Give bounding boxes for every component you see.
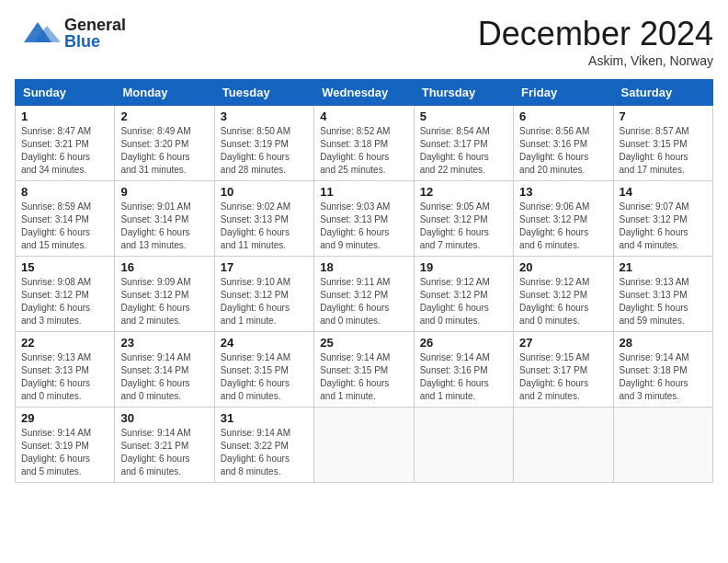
day-number: 19 [420,260,507,274]
day-number: 14 [620,185,707,199]
calendar-cell: 7Sunrise: 8:57 AM Sunset: 3:15 PM Daylig… [613,106,712,181]
logo-text: General Blue [64,17,126,50]
logo-general: General [64,17,126,33]
day-info: Sunrise: 8:57 AM Sunset: 3:15 PM Dayligh… [620,125,707,177]
calendar-day-header: Monday [115,80,214,106]
day-number: 31 [221,411,308,425]
calendar-cell: 18Sunrise: 9:11 AM Sunset: 3:12 PM Dayli… [314,257,414,332]
day-number: 5 [420,109,507,123]
calendar-cell [414,408,513,483]
day-info: Sunrise: 9:13 AM Sunset: 3:13 PM Dayligh… [620,276,707,327]
day-info: Sunrise: 9:03 AM Sunset: 3:13 PM Dayligh… [320,201,407,252]
calendar-cell: 10Sunrise: 9:02 AM Sunset: 3:13 PM Dayli… [214,181,313,257]
day-number: 15 [21,260,108,274]
day-info: Sunrise: 9:15 AM Sunset: 3:17 PM Dayligh… [519,351,607,403]
calendar-cell [314,408,414,483]
calendar-week-row: 8Sunrise: 8:59 AM Sunset: 3:14 PM Daylig… [16,181,713,257]
day-number: 26 [420,336,507,350]
day-info: Sunrise: 9:12 AM Sunset: 3:12 PM Dayligh… [420,276,507,327]
calendar-day-header: Friday [514,80,613,106]
day-number: 22 [21,336,108,350]
calendar-cell: 23Sunrise: 9:14 AM Sunset: 3:14 PM Dayli… [115,332,214,408]
day-info: Sunrise: 9:14 AM Sunset: 3:15 PM Dayligh… [320,351,407,403]
day-info: Sunrise: 8:49 AM Sunset: 3:20 PM Dayligh… [120,125,208,177]
day-info: Sunrise: 8:52 AM Sunset: 3:18 PM Dayligh… [320,125,407,177]
calendar-day-header: Thursday [414,80,513,106]
calendar-cell: 28Sunrise: 9:14 AM Sunset: 3:18 PM Dayli… [613,332,712,408]
day-info: Sunrise: 9:14 AM Sunset: 3:15 PM Dayligh… [221,351,308,403]
day-info: Sunrise: 8:59 AM Sunset: 3:14 PM Dayligh… [21,201,108,252]
calendar-cell: 5Sunrise: 8:54 AM Sunset: 3:17 PM Daylig… [414,106,513,181]
page-header: General Blue December 2024 Askim, Viken,… [15,15,713,68]
day-number: 6 [519,109,607,123]
calendar-day-header: Wednesday [314,80,414,106]
day-number: 3 [221,109,308,123]
calendar-cell [514,408,613,483]
day-info: Sunrise: 9:14 AM Sunset: 3:21 PM Dayligh… [120,427,208,478]
calendar-cell: 3Sunrise: 8:50 AM Sunset: 3:19 PM Daylig… [214,106,313,181]
day-number: 21 [620,260,707,274]
calendar-week-row: 29Sunrise: 9:14 AM Sunset: 3:19 PM Dayli… [16,408,713,483]
calendar-cell: 24Sunrise: 9:14 AM Sunset: 3:15 PM Dayli… [214,332,313,408]
day-number: 28 [620,336,707,350]
calendar-cell: 25Sunrise: 9:14 AM Sunset: 3:15 PM Dayli… [314,332,414,408]
day-number: 8 [21,185,108,199]
day-number: 13 [519,185,607,199]
day-info: Sunrise: 9:14 AM Sunset: 3:14 PM Dayligh… [120,351,208,403]
day-number: 25 [320,336,407,350]
calendar-cell: 19Sunrise: 9:12 AM Sunset: 3:12 PM Dayli… [414,257,513,332]
calendar-cell: 14Sunrise: 9:07 AM Sunset: 3:12 PM Dayli… [613,181,712,257]
calendar-cell: 27Sunrise: 9:15 AM Sunset: 3:17 PM Dayli… [514,332,613,408]
calendar-cell: 20Sunrise: 9:12 AM Sunset: 3:12 PM Dayli… [514,257,613,332]
calendar-week-row: 15Sunrise: 9:08 AM Sunset: 3:12 PM Dayli… [16,257,713,332]
day-info: Sunrise: 9:14 AM Sunset: 3:16 PM Dayligh… [420,351,507,403]
calendar-header-row: SundayMondayTuesdayWednesdayThursdayFrid… [16,80,713,106]
day-info: Sunrise: 9:07 AM Sunset: 3:12 PM Dayligh… [620,201,707,252]
day-number: 10 [221,185,308,199]
day-info: Sunrise: 8:56 AM Sunset: 3:16 PM Dayligh… [519,125,607,177]
month-title: December 2024 [478,15,713,53]
calendar-cell: 30Sunrise: 9:14 AM Sunset: 3:21 PM Dayli… [115,408,214,483]
calendar-day-header: Saturday [613,80,712,106]
day-number: 27 [519,336,607,350]
calendar-cell [613,408,712,483]
calendar-cell: 11Sunrise: 9:03 AM Sunset: 3:13 PM Dayli… [314,181,414,257]
title-block: December 2024 Askim, Viken, Norway [478,15,713,68]
day-info: Sunrise: 9:09 AM Sunset: 3:12 PM Dayligh… [120,276,208,327]
day-info: Sunrise: 9:02 AM Sunset: 3:13 PM Dayligh… [221,201,308,252]
calendar-cell: 4Sunrise: 8:52 AM Sunset: 3:18 PM Daylig… [314,106,414,181]
logo-blue: Blue [64,33,126,50]
day-number: 18 [320,260,407,274]
day-number: 17 [221,260,308,274]
day-number: 1 [21,109,108,123]
day-info: Sunrise: 9:06 AM Sunset: 3:12 PM Dayligh… [519,201,607,252]
day-info: Sunrise: 9:11 AM Sunset: 3:12 PM Dayligh… [320,276,407,327]
day-number: 12 [420,185,507,199]
calendar-cell: 2Sunrise: 8:49 AM Sunset: 3:20 PM Daylig… [115,106,214,181]
day-info: Sunrise: 9:10 AM Sunset: 3:12 PM Dayligh… [221,276,308,327]
logo: General Blue [15,15,126,52]
day-info: Sunrise: 9:12 AM Sunset: 3:12 PM Dayligh… [519,276,607,327]
calendar-week-row: 1Sunrise: 8:47 AM Sunset: 3:21 PM Daylig… [16,106,713,181]
location: Askim, Viken, Norway [478,53,713,68]
calendar-cell: 15Sunrise: 9:08 AM Sunset: 3:12 PM Dayli… [16,257,115,332]
calendar-cell: 22Sunrise: 9:13 AM Sunset: 3:13 PM Dayli… [16,332,115,408]
day-number: 9 [120,185,208,199]
day-number: 29 [21,411,108,425]
calendar-day-header: Tuesday [214,80,313,106]
calendar-cell: 8Sunrise: 8:59 AM Sunset: 3:14 PM Daylig… [16,181,115,257]
calendar-cell: 1Sunrise: 8:47 AM Sunset: 3:21 PM Daylig… [16,106,115,181]
day-number: 30 [120,411,208,425]
day-info: Sunrise: 8:54 AM Sunset: 3:17 PM Dayligh… [420,125,507,177]
day-info: Sunrise: 9:08 AM Sunset: 3:12 PM Dayligh… [21,276,108,327]
day-info: Sunrise: 8:47 AM Sunset: 3:21 PM Dayligh… [21,125,108,177]
calendar-cell: 12Sunrise: 9:05 AM Sunset: 3:12 PM Dayli… [414,181,513,257]
day-number: 23 [120,336,208,350]
calendar-table: SundayMondayTuesdayWednesdayThursdayFrid… [15,79,713,483]
day-info: Sunrise: 8:50 AM Sunset: 3:19 PM Dayligh… [221,125,308,177]
day-info: Sunrise: 9:13 AM Sunset: 3:13 PM Dayligh… [21,351,108,403]
day-info: Sunrise: 9:14 AM Sunset: 3:18 PM Dayligh… [620,351,707,403]
calendar-day-header: Sunday [16,80,115,106]
day-info: Sunrise: 9:01 AM Sunset: 3:14 PM Dayligh… [120,201,208,252]
day-number: 7 [620,109,707,123]
